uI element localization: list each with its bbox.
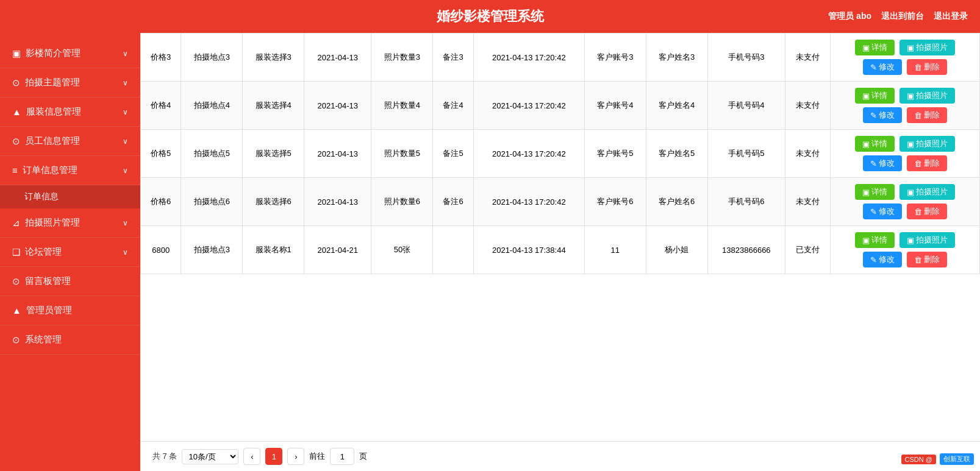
clothes-cell: 服装名称1	[243, 226, 304, 274]
delete-button[interactable]: 🗑 删除	[907, 204, 947, 219]
edit-icon: ✎	[870, 255, 877, 264]
detail-button[interactable]: ▣ 详情	[855, 40, 895, 55]
photo-button[interactable]: ▣ 拍摄照片	[900, 40, 955, 55]
sidebar-item-dingdan[interactable]: ≡ 订单信息管理 ∨	[0, 156, 140, 185]
sidebar-item-zhuti[interactable]: ⊙ 拍摄主题管理 ∨	[0, 68, 140, 97]
pagination: 共 7 条 10条/页20条/页50条/页 ‹ 1 › 前往 页	[140, 441, 980, 471]
sidebar-sub-item-dingdan-sub[interactable]: 订单信息	[0, 185, 140, 208]
detail-button[interactable]: ▣ 详情	[855, 184, 895, 200]
sidebar-item-paizhao[interactable]: ⊿ 拍摄照片管理 ∨	[0, 208, 140, 238]
location-cell: 拍摄地点5	[181, 130, 243, 178]
detail-button[interactable]: ▣ 详情	[855, 136, 895, 152]
zhuti-label: 拍摄主题管理	[25, 77, 80, 88]
page-label: 页	[359, 451, 367, 462]
edit-button[interactable]: ✎ 修改	[863, 204, 902, 219]
account-cell: 客户账号3	[584, 34, 646, 82]
delete-button[interactable]: 🗑 删除	[907, 59, 947, 75]
back-button[interactable]: 退出到前台	[881, 11, 924, 22]
edit-button[interactable]: ✎ 修改	[863, 252, 902, 267]
action-cell: ▣ 详情 ▣ 拍摄照片 ✎ 修改 🗑 删除	[831, 226, 980, 274]
action-cell: ▣ 详情 ▣ 拍摄照片 ✎ 修改 🗑 删除	[831, 34, 980, 82]
sidebar-item-yinglou[interactable]: ▣ 影楼简介管理 ∨	[0, 39, 140, 68]
phone-cell: 手机号码3	[707, 34, 785, 82]
dingdan-icon: ≡	[12, 165, 18, 175]
order_time-cell: 2021-04-13 17:20:42	[473, 82, 584, 130]
luntan-label: 论坛管理	[25, 246, 62, 258]
sidebar-item-guanliyuan[interactable]: ▲ 管理员管理	[0, 296, 140, 325]
clothes-cell: 服装选择5	[243, 130, 304, 178]
price-cell: 价格3	[141, 34, 181, 82]
detail-icon: ▣	[862, 236, 870, 245]
location-cell: 拍摄地点6	[181, 178, 243, 226]
detail-button[interactable]: ▣ 详情	[855, 232, 895, 248]
photos-cell: 50张	[371, 226, 433, 274]
edit-button[interactable]: ✎ 修改	[863, 107, 902, 123]
arrow-icon: ∨	[123, 49, 128, 58]
footer-watermark: CSDN @ 创新互联	[901, 453, 974, 465]
table-row: 价格6拍摄地点6服装选择62021-04-13照片数量6备注62021-04-1…	[141, 178, 980, 226]
action-cell: ▣ 详情 ▣ 拍摄照片 ✎ 修改 🗑 删除	[831, 82, 980, 130]
zhuti-icon: ⊙	[12, 77, 20, 88]
next-page-button[interactable]: ›	[287, 448, 304, 465]
account-cell: 11	[584, 226, 646, 274]
date-cell: 2021-04-21	[304, 226, 371, 274]
photos-cell: 照片数量3	[371, 34, 433, 82]
page-goto-input[interactable]	[330, 448, 354, 465]
trash-icon: 🗑	[914, 255, 922, 264]
total-count: 共 7 条	[152, 451, 177, 462]
arrow-icon: ∨	[123, 137, 128, 146]
phone-cell: 手机号码4	[707, 82, 785, 130]
sidebar-item-liuyan[interactable]: ⊙ 留言板管理	[0, 267, 140, 296]
edit-icon: ✎	[870, 159, 877, 168]
clothes-cell: 服装选择4	[243, 82, 304, 130]
table-wrapper: 价格3拍摄地点3服装选择32021-04-13照片数量3备注32021-04-1…	[140, 33, 980, 441]
delete-button[interactable]: 🗑 删除	[907, 107, 947, 123]
logout-button[interactable]: 退出登录	[934, 11, 968, 22]
luntan-icon: ❑	[12, 247, 20, 258]
admin-label: 管理员 abo	[828, 11, 871, 22]
sidebar-item-luntan[interactable]: ❑ 论坛管理 ∨	[0, 238, 140, 267]
phone-cell: 手机号码5	[707, 130, 785, 178]
edit-button[interactable]: ✎ 修改	[863, 155, 902, 171]
name-cell: 客户姓名5	[646, 130, 707, 178]
yinglou-icon: ▣	[12, 48, 21, 59]
account-cell: 客户账号5	[584, 130, 646, 178]
arrow-icon: ∨	[123, 219, 128, 227]
delete-button[interactable]: 🗑 删除	[907, 155, 947, 171]
liuyan-label: 留言板管理	[25, 275, 71, 287]
paizhao-label: 拍摄照片管理	[25, 217, 80, 228]
location-cell: 拍摄地点3	[181, 226, 243, 274]
trash-icon: 🗑	[914, 111, 922, 120]
sidebar-item-fuzhuang[interactable]: ▲ 服装信息管理 ∨	[0, 97, 140, 127]
fuzhuang-label: 服装信息管理	[26, 106, 81, 118]
trash-icon: 🗑	[914, 207, 922, 216]
yuangong-label: 员工信息管理	[25, 135, 80, 147]
phone-cell: 13823866666	[707, 226, 785, 274]
camera-icon: ▣	[907, 188, 914, 197]
photo-button[interactable]: ▣ 拍摄照片	[900, 232, 955, 248]
page-1-button[interactable]: 1	[265, 448, 282, 465]
prev-page-button[interactable]: ‹	[243, 448, 260, 465]
clothes-cell: 服装选择3	[243, 34, 304, 82]
name-cell: 客户姓名6	[646, 178, 707, 226]
sidebar-item-xitong[interactable]: ⊙ 系统管理	[0, 325, 140, 355]
date-cell: 2021-04-13	[304, 130, 371, 178]
notes-cell: 备注5	[433, 130, 473, 178]
camera-icon: ▣	[907, 91, 914, 101]
location-cell: 拍摄地点4	[181, 82, 243, 130]
arrow-icon: ∨	[123, 108, 128, 116]
detail-button[interactable]: ▣ 详情	[855, 88, 895, 104]
delete-button[interactable]: 🗑 删除	[907, 252, 947, 267]
dingdan-label: 订单信息管理	[23, 165, 77, 176]
edit-button[interactable]: ✎ 修改	[863, 59, 902, 75]
page-size-select[interactable]: 10条/页20条/页50条/页	[182, 449, 238, 464]
pay_status-cell: 未支付	[785, 130, 831, 178]
photo-button[interactable]: ▣ 拍摄照片	[900, 88, 955, 104]
trash-icon: 🗑	[914, 159, 922, 168]
photo-button[interactable]: ▣ 拍摄照片	[900, 184, 955, 200]
photo-button[interactable]: ▣ 拍摄照片	[900, 136, 955, 152]
account-cell: 客户账号4	[584, 82, 646, 130]
pay_status-cell: 未支付	[785, 82, 831, 130]
sidebar-item-yuangong[interactable]: ⊙ 员工信息管理 ∨	[0, 127, 140, 156]
photos-cell: 照片数量6	[371, 178, 433, 226]
